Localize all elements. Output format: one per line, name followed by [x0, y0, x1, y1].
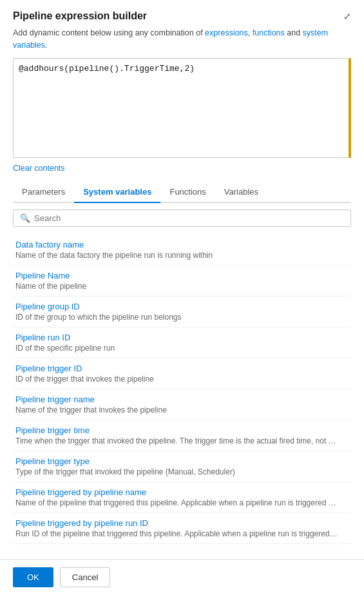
var-name: Pipeline Name	[15, 271, 349, 280]
desc-mid2: and	[285, 28, 303, 37]
clear-contents-button[interactable]: Clear contents	[13, 164, 65, 173]
list-item[interactable]: Pipeline trigger IDID of the trigger tha…	[13, 358, 351, 389]
expression-input[interactable]: @addhours(pipeline().TriggerTime,2)	[13, 58, 351, 158]
desc-before: Add dynamic content below using any comb…	[13, 28, 205, 37]
system-variables-list: Data factory nameName of the data factor…	[13, 235, 351, 544]
var-description: Type of the trigger that invoked the pip…	[15, 467, 338, 476]
list-item[interactable]: Pipeline run IDID of the specific pipeli…	[13, 327, 351, 358]
list-item[interactable]: Pipeline trigger timeTime when the trigg…	[13, 420, 351, 451]
var-description: Name of the data factory the pipeline ru…	[15, 251, 338, 260]
page-title: Pipeline expression builder	[13, 10, 147, 22]
var-description: Name of the trigger that invokes the pip…	[15, 405, 338, 415]
list-item[interactable]: Pipeline NameName of the pipeline	[13, 266, 351, 297]
var-name: Pipeline triggered by pipeline name	[15, 487, 349, 497]
cancel-button[interactable]: Cancel	[60, 567, 110, 587]
tab-variables[interactable]: Variables	[215, 182, 267, 203]
description-text: Add dynamic content below using any comb…	[13, 27, 351, 52]
ok-button[interactable]: OK	[13, 567, 53, 587]
tab-system-variables[interactable]: System variables	[74, 182, 160, 203]
desc-after: .	[45, 41, 47, 50]
var-name: Pipeline group ID	[15, 302, 349, 311]
search-icon: 🔍	[20, 213, 30, 223]
functions-link[interactable]: functions	[253, 28, 285, 37]
list-item[interactable]: Pipeline group IDID of the group to whic…	[13, 297, 351, 327]
var-name: Pipeline trigger type	[15, 456, 349, 466]
var-description: ID of the trigger that invokes the pipel…	[15, 375, 338, 384]
var-name: Pipeline triggered by pipeline run ID	[15, 518, 349, 528]
var-description: Time when the trigger that invoked the p…	[15, 436, 338, 445]
var-description: ID of the specific pipeline run	[15, 344, 338, 353]
expressions-link[interactable]: expressions	[205, 28, 248, 37]
list-item[interactable]: Pipeline triggered by pipeline run IDRun…	[13, 513, 351, 544]
search-box: 🔍	[13, 210, 351, 227]
footer: OK Cancel	[0, 559, 364, 595]
var-name: Pipeline trigger time	[15, 425, 349, 435]
search-input[interactable]	[34, 213, 344, 223]
var-description: Run ID of the pipeline that triggered th…	[15, 529, 338, 538]
var-name: Pipeline trigger name	[15, 395, 349, 404]
tab-functions[interactable]: Functions	[160, 182, 215, 203]
var-name: Pipeline run ID	[15, 333, 349, 342]
expand-icon[interactable]: ⤢	[343, 11, 351, 21]
list-item[interactable]: Pipeline triggered by pipeline nameName …	[13, 482, 351, 513]
list-item[interactable]: Pipeline trigger typeType of the trigger…	[13, 451, 351, 482]
var-name: Data factory name	[15, 240, 349, 249]
desc-mid1: ,	[248, 28, 253, 37]
list-item[interactable]: Data factory nameName of the data factor…	[13, 235, 351, 266]
list-item[interactable]: Pipeline trigger nameName of the trigger…	[13, 389, 351, 420]
var-description: Name of the pipeline	[15, 282, 338, 291]
tab-parameters[interactable]: Parameters	[13, 182, 74, 203]
tab-bar: Parameters System variables Functions Va…	[13, 182, 351, 203]
var-description: Name of the pipeline that triggered this…	[15, 498, 338, 507]
var-description: ID of the group to which the pipeline ru…	[15, 313, 338, 322]
var-name: Pipeline trigger ID	[15, 364, 349, 373]
